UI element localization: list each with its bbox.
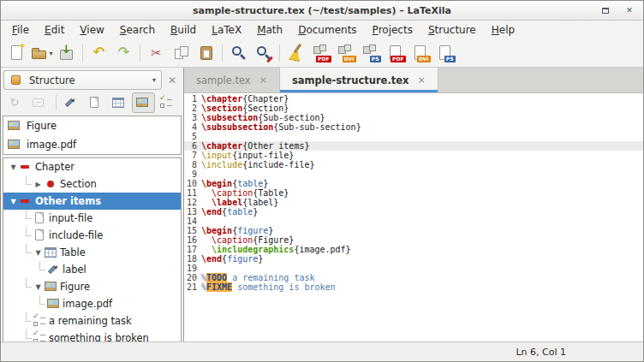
menu-projects[interactable]: Projects — [365, 21, 420, 39]
show-todos-button[interactable] — [156, 92, 179, 113]
expander-closed-icon[interactable]: ▶ — [33, 181, 44, 188]
tree-item-section[interactable]: ▶Section — [3, 175, 181, 193]
show-included-files-button[interactable] — [84, 92, 107, 113]
expander-open-icon[interactable]: ▼ — [8, 163, 19, 171]
build-ps-button[interactable]: PS — [358, 42, 383, 65]
build-dvi-button[interactable]: DVI — [333, 42, 358, 65]
structure-tree: ▼Chapter▶Section▼Other itemsinput-filein… — [3, 157, 182, 341]
line-number: 12 — [184, 198, 201, 207]
menu-help[interactable]: Help — [484, 21, 522, 39]
code-text: \chapter{Chapter} — [201, 94, 289, 104]
menu-file[interactable]: File — [4, 21, 37, 39]
code-line[interactable]: 11 \caption{Table} — [184, 188, 643, 198]
collapse-all-button[interactable] — [28, 92, 51, 113]
menu-build[interactable]: Build — [163, 21, 204, 39]
panel-selector-combobox[interactable]: Structure ▾ — [3, 70, 162, 90]
expander-open-icon[interactable]: ▼ — [33, 249, 44, 257]
redo-button[interactable] — [111, 42, 136, 65]
tab-sample-tex[interactable]: sample.tex× — [184, 68, 280, 92]
tree-item-label: image.pdf — [63, 298, 112, 310]
tab-close-icon[interactable]: × — [259, 74, 267, 86]
build-pdf-button[interactable]: PDF — [308, 42, 333, 65]
code-line[interactable]: 6\chapter{Other items} — [184, 141, 643, 151]
close-icon[interactable]: ✕ — [624, 5, 635, 15]
paste-button[interactable] — [194, 42, 218, 65]
tree-item-something-is-broken[interactable]: something is broken — [3, 329, 181, 341]
todo-icon — [33, 331, 46, 341]
tree-item-a-remaining-task[interactable]: a remaining task — [3, 312, 181, 329]
toolbar-separator — [82, 45, 83, 62]
code-line[interactable]: 20%TODO a remaining task — [184, 273, 643, 282]
expander-open-icon[interactable]: ▼ — [33, 283, 44, 291]
list-item[interactable]: Figure — [3, 116, 181, 135]
code-line[interactable]: 12 \label{label} — [184, 198, 643, 207]
show-figures-button[interactable] — [132, 92, 155, 113]
menu-math[interactable]: Math — [249, 21, 290, 39]
show-tables-button[interactable] — [108, 92, 131, 113]
menu-latex[interactable]: LaTeX — [204, 21, 249, 39]
menu-documents[interactable]: Documents — [290, 21, 364, 39]
table-icon — [44, 246, 57, 259]
chapter-icon — [19, 194, 33, 208]
panel-selector-label: Structure — [29, 74, 75, 86]
code-line[interactable]: 16 \caption{Figure} — [184, 235, 643, 245]
new-file-button[interactable] — [4, 42, 29, 65]
menu-view[interactable]: View — [72, 21, 111, 39]
image-icon — [7, 138, 21, 151]
view-ps-button[interactable]: PS — [432, 42, 457, 65]
code-line[interactable]: 18\end{figure} — [184, 254, 643, 264]
line-number: 10 — [184, 179, 201, 188]
copy-button[interactable] — [169, 42, 194, 65]
tab-label: sample.tex — [196, 74, 251, 86]
close-panel-button[interactable]: ✕ — [164, 72, 181, 89]
tab-sample-structure-tex[interactable]: sample-structure.tex× — [280, 68, 438, 92]
menu-edit[interactable]: Edit — [37, 21, 72, 39]
code-text: \includegraphics{image.pdf} — [201, 245, 351, 254]
format-badge: PS — [444, 56, 456, 62]
code-line[interactable]: 7\input{input-file} — [184, 151, 643, 160]
code-line[interactable]: 3\subsection{Sub-section} — [184, 113, 643, 122]
code-area[interactable]: 1\chapter{Chapter}2\section{Section}3\su… — [184, 93, 643, 341]
save-file-button[interactable] — [54, 42, 79, 65]
list-item[interactable]: image.pdf — [3, 135, 181, 154]
search-and-replace-button[interactable] — [251, 42, 276, 65]
tree-item-image-pdf[interactable]: image.pdf — [3, 295, 181, 312]
code-line[interactable]: 9 — [184, 169, 643, 179]
menu-structure[interactable]: Structure — [420, 21, 484, 39]
view-pdf-button[interactable]: PDF — [383, 42, 408, 65]
tree-item-label[interactable]: label — [3, 261, 181, 278]
tree-item-include-file[interactable]: include-file — [3, 227, 181, 244]
tab-close-icon[interactable]: × — [417, 74, 425, 86]
view-dvi-button[interactable]: DVI — [408, 42, 432, 65]
maximize-icon[interactable] — [600, 5, 611, 15]
code-line[interactable]: 15\begin{figure} — [184, 226, 643, 235]
clean-build-files-button[interactable] — [283, 42, 308, 65]
tree-item-table[interactable]: ▼Table — [3, 244, 181, 261]
code-line[interactable]: 17 \includegraphics{image.pdf} — [184, 245, 643, 254]
tree-item-chapter[interactable]: ▼Chapter — [3, 158, 181, 175]
undo-button[interactable] — [86, 42, 111, 65]
code-line[interactable]: 21%FIXME something is broken — [184, 282, 643, 292]
expander-open-icon[interactable]: ▼ — [8, 198, 19, 205]
tree-item-input-file[interactable]: input-file — [3, 210, 181, 227]
show-labels-button[interactable] — [60, 92, 83, 113]
code-text: \begin{figure} — [201, 226, 273, 235]
code-line[interactable]: 19 — [184, 264, 643, 273]
code-line[interactable]: 2\section{Section} — [184, 104, 643, 113]
code-line[interactable]: 1\chapter{Chapter} — [184, 94, 643, 104]
open-file-button[interactable]: ▾ — [29, 42, 54, 65]
tree-item-figure[interactable]: ▼Figure — [3, 278, 181, 295]
status-bar: Ln 6, Col 1 — [1, 341, 643, 361]
code-line[interactable]: 4\subsubsection{Sub-sub-section} — [184, 122, 643, 132]
code-line[interactable]: 5 — [184, 132, 643, 141]
menu-search[interactable]: Search — [112, 21, 163, 39]
search-button[interactable] — [226, 42, 251, 65]
code-line[interactable]: 13\end{table} — [184, 207, 643, 217]
refresh-button[interactable] — [4, 92, 27, 113]
code-line[interactable]: 8\include{include-file} — [184, 160, 643, 169]
code-line[interactable]: 10\begin{table} — [184, 179, 643, 188]
tree-item-other-items[interactable]: ▼Other items — [3, 193, 181, 210]
view-ps-icon: PS — [436, 44, 455, 62]
cut-button[interactable] — [144, 42, 169, 65]
code-line[interactable]: 14 — [184, 217, 643, 226]
